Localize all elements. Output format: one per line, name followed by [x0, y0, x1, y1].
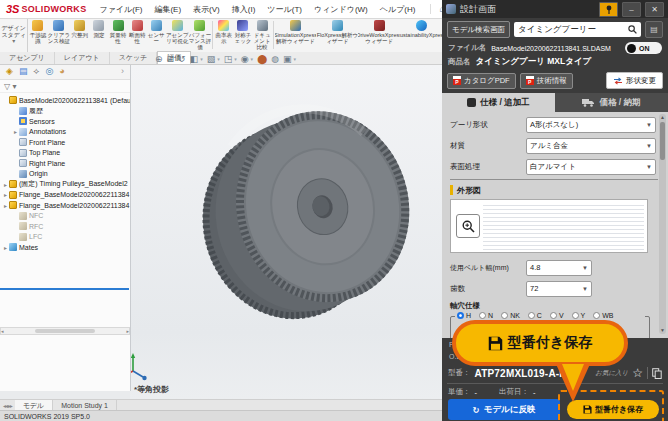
tab-spec-machining[interactable]: 仕様 / 追加工: [442, 93, 555, 112]
tab-sketch[interactable]: スケッチ: [110, 52, 158, 64]
surface-treatment-select[interactable]: 白アルマイト▼: [526, 159, 656, 175]
compare-documents-button[interactable]: ドキュメント比較: [253, 18, 272, 52]
menu-insert[interactable]: 挿入(I): [227, 4, 261, 15]
section-properties-button[interactable]: 断面特性: [128, 18, 147, 52]
menu-tools[interactable]: ツール(T): [262, 4, 307, 15]
tree-item-annotations[interactable]: ▸Annotations: [2, 127, 130, 138]
chevron-down-icon[interactable]: ▾: [251, 56, 254, 62]
menu-edit[interactable]: 編集(E): [149, 4, 186, 15]
on-off-toggle[interactable]: ON: [625, 42, 662, 54]
menu-view[interactable]: 表示(V): [188, 4, 225, 15]
pin-icon[interactable]: [599, 2, 618, 17]
previous-view-icon[interactable]: ↺: [178, 54, 186, 64]
interference-detection-button[interactable]: 干渉認識: [28, 18, 47, 52]
floxpress-button[interactable]: FloXpress解析ウィザード: [316, 18, 358, 52]
scroll-left-icon[interactable]: ◂: [1, 328, 4, 334]
form-scrollbar[interactable]: ▲ ▼: [659, 114, 666, 334]
minimize-button[interactable]: –: [622, 2, 641, 17]
radio-wb[interactable]: WB: [593, 312, 613, 319]
display-style-icon[interactable]: ◳: [224, 54, 233, 64]
assembly-visualization-button[interactable]: アセンブリ可視化: [166, 18, 189, 52]
tab-layout[interactable]: レイアウト: [55, 52, 110, 64]
scroll-down-icon[interactable]: ▼: [659, 327, 666, 334]
radio-nk[interactable]: NK: [501, 312, 520, 319]
tree-item-nfc-folder[interactable]: NFC: [2, 211, 130, 222]
panel-splitter[interactable]: [0, 288, 129, 290]
configurationmanager-tab-icon[interactable]: ⟡: [33, 67, 39, 76]
tree-item-history[interactable]: 履歴: [2, 106, 130, 117]
zoom-area-icon[interactable]: ⊞: [167, 54, 175, 64]
star-icon[interactable]: ☆: [632, 367, 643, 379]
radio-y[interactable]: Y: [572, 312, 586, 319]
apply-scene-icon[interactable]: ◍: [271, 54, 279, 64]
tree-filter[interactable]: ▽ ▾: [0, 80, 130, 93]
featuremanager-tree-tab-icon[interactable]: ◈: [6, 67, 13, 76]
performance-evaluation-button[interactable]: パフォーマンス評価: [189, 18, 212, 52]
displaymanager-tab-icon[interactable]: ◕: [59, 67, 64, 76]
save-with-part-number-button[interactable]: 型番付き保存: [567, 400, 659, 419]
menu-help[interactable]: ヘルプ(H): [375, 4, 421, 15]
catalog-pdf-button[interactable]: カタログPDF: [447, 73, 516, 89]
search-icon[interactable]: [628, 25, 637, 34]
chevron-down-icon[interactable]: ▾: [217, 56, 220, 62]
zoom-fit-icon[interactable]: ⊕: [155, 54, 163, 64]
tree-item-flange-1[interactable]: ▸Flange_BaseModel2020062211384: [2, 190, 130, 201]
clearance-verification-button[interactable]: クリアランス検証: [47, 18, 70, 52]
tab-assembly[interactable]: アセンブリ: [0, 52, 55, 64]
symmetry-check-button[interactable]: 対称チェック: [233, 18, 252, 52]
save-callout-button[interactable]: 型番付き保存: [452, 320, 628, 366]
design-study-button[interactable]: デザイン スタディ ▾: [0, 18, 28, 52]
search-input[interactable]: タイミングプーリー: [514, 22, 641, 37]
hide-show-icon[interactable]: ◉: [241, 54, 249, 64]
chevron-down-icon[interactable]: ▾: [234, 56, 237, 62]
pulley-3d-model[interactable]: [130, 64, 442, 399]
tab-nav-icons[interactable]: ◂◂ ▸▸: [0, 402, 15, 409]
menu-file[interactable]: ファイル(F): [94, 4, 147, 15]
radio-h[interactable]: H: [457, 312, 471, 319]
section-view-icon[interactable]: ◧: [190, 54, 199, 64]
teeth-count-select[interactable]: 72▼: [526, 281, 592, 297]
scroll-up-icon[interactable]: ▲: [659, 114, 666, 121]
tree-item-timing-pulleys[interactable]: ▸(固定) Timing Pulleys_BaseModel2: [2, 179, 130, 190]
chevron-down-icon[interactable]: ▾: [294, 56, 297, 62]
tech-info-button[interactable]: 技術情報: [520, 73, 573, 89]
tree-item-front-plane[interactable]: Front Plane: [2, 137, 130, 148]
graphics-viewport[interactable]: *等角投影: [130, 64, 442, 399]
copy-icon[interactable]: [652, 368, 662, 379]
scrollbar-thumb[interactable]: [660, 122, 665, 160]
tree-item-origin[interactable]: Origin: [2, 169, 130, 180]
radio-n[interactable]: N: [479, 312, 493, 319]
hole-alignment-button[interactable]: 穴整列: [70, 18, 89, 52]
menu-window[interactable]: ウィンドウ(W): [309, 4, 373, 15]
view-orientation-icon[interactable]: ▧: [207, 54, 216, 64]
propertymanager-tab-icon[interactable]: ▤: [19, 67, 28, 76]
comment-icon[interactable]: ▤: [645, 21, 663, 38]
simulationxpress-button[interactable]: SimulationXpress解析ウィザード: [275, 18, 317, 52]
expand-panel-icon[interactable]: ›: [121, 67, 124, 76]
driveworksxpress-button[interactable]: DriveWorksXpressウィザード: [358, 18, 400, 52]
mass-properties-button[interactable]: 質量特性: [108, 18, 127, 52]
tree-item-top-plane[interactable]: Top Plane: [2, 148, 130, 159]
model-search-button[interactable]: モデル検索画面: [447, 21, 510, 38]
radio-v[interactable]: V: [550, 312, 564, 319]
dimxpertmanager-tab-icon[interactable]: ◎: [45, 67, 53, 76]
belt-width-select[interactable]: 4.8▼: [526, 260, 592, 276]
change-shape-button[interactable]: 形状変更: [606, 72, 663, 89]
pulley-shape-select[interactable]: A形(ボスなし)▼: [526, 117, 656, 133]
tab-price-delivery[interactable]: 価格 / 納期: [555, 93, 668, 112]
drawing-thumbnail[interactable]: [450, 199, 648, 253]
tree-item-right-plane[interactable]: Right Plane: [2, 158, 130, 169]
radio-c[interactable]: C: [528, 312, 542, 319]
tree-item-lfc-folder[interactable]: LFC: [2, 232, 130, 243]
view-settings-icon[interactable]: ▣: [283, 54, 292, 64]
sensor-button[interactable]: センサー: [147, 18, 166, 52]
tree-item-rfc-folder[interactable]: RFC: [2, 221, 130, 232]
magnifier-icon[interactable]: [456, 214, 480, 238]
curvature-display-button[interactable]: 曲率表示: [214, 18, 233, 52]
scroll-right-icon[interactable]: ▸: [126, 328, 129, 334]
chevron-down-icon[interactable]: ▾: [200, 56, 203, 62]
tree-item-sensors[interactable]: Sensors: [2, 116, 130, 127]
tree-item-root[interactable]: BaseModel20200622113841 (Default<D: [2, 95, 130, 106]
reflect-to-model-button[interactable]: ↻ モデルに反映: [448, 399, 560, 420]
tree-horizontal-scrollbar[interactable]: ◂ ▸: [0, 327, 130, 335]
